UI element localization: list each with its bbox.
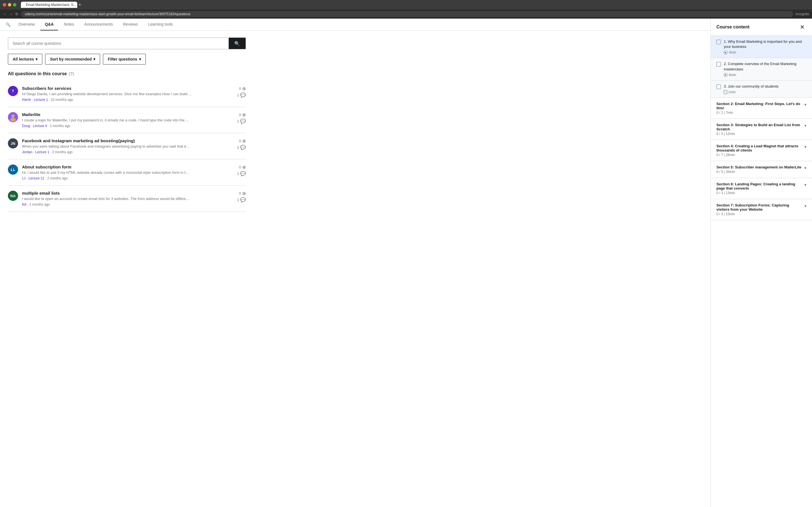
main-layout: 🔍 Overview Q&A Notes Announcements Revie… — [0, 18, 812, 507]
question-body: About subscription form Hi, I would like… — [22, 165, 228, 180]
section-info: Section 3: Strategies to Build an Email … — [716, 123, 804, 136]
section-item[interactable]: Section 5: Subscriber management on Mail… — [711, 161, 812, 178]
section-item[interactable]: Section 6: Landing Pages: Creating a lan… — [711, 178, 812, 199]
sidebar-header: Course content ✕ — [711, 18, 812, 36]
all-lectures-filter[interactable]: All lectures ▾ — [8, 54, 42, 64]
question-preview: I create a login for Mailerlite, I put m… — [22, 118, 228, 122]
tab-qa[interactable]: Q&A — [40, 18, 58, 31]
section-item-title: Section 7: Subscription Forms: Capturing… — [716, 203, 804, 212]
search-bar: 🔍 — [8, 38, 246, 49]
reply-icon: 💬 — [240, 93, 246, 98]
lecture-item[interactable]: 3. Join our community of students 📄 1min — [711, 80, 812, 98]
search-input[interactable] — [8, 38, 229, 49]
filter-label: Filter questions — [108, 57, 137, 61]
upvote-button[interactable]: ⊕ — [242, 86, 246, 91]
qa-section: 🔍 All lectures ▾ Sort by recommended ▾ F… — [0, 31, 254, 219]
section-item[interactable]: Section 2: Email Marketing: First Steps.… — [711, 98, 812, 119]
reply-row: 2 💬 — [237, 145, 246, 150]
nav-tabs: 🔍 Overview Q&A Notes Announcements Revie… — [0, 18, 711, 31]
lecture-checkbox[interactable] — [716, 62, 721, 66]
question-lecture-link[interactable]: Lecture 1 — [34, 98, 48, 102]
question-title[interactable]: About subscription form — [22, 165, 228, 169]
section-item-title: Section 4: Creating a Lead Magnet that a… — [716, 144, 804, 152]
section-item[interactable]: Section 7: Subscription Forms: Capturing… — [711, 199, 812, 220]
vote-count: 0 — [239, 139, 241, 143]
question-lecture-link[interactable]: Lecture 1 — [35, 150, 49, 154]
section-item[interactable]: Section 4: Creating a Lead Magnet that a… — [711, 140, 812, 161]
question-author-link[interactable]: Jordan — [22, 150, 33, 154]
reload-button[interactable]: ↻ — [15, 12, 18, 16]
question-title[interactable]: Mailerlite — [22, 112, 228, 117]
question-title[interactable]: multiple email lists — [22, 191, 228, 195]
address-bar: ← → ↻ Incognito — [0, 10, 812, 18]
question-body: Facebook and Instagram marketing ad boos… — [22, 138, 228, 154]
upvote-button[interactable]: ⊕ — [242, 191, 246, 196]
question-time-ago: 10 months ago — [51, 98, 73, 102]
fullscreen-traffic-light[interactable] — [13, 3, 16, 6]
question-preview: I would like to open an account to creat… — [22, 196, 228, 201]
chevron-down-icon: ▾ — [804, 102, 806, 107]
section-item-meta: 0 / 3 | 15min — [716, 212, 804, 216]
upvote-button[interactable]: ⊕ — [242, 138, 246, 144]
question-author-link[interactable]: Doug — [22, 124, 30, 128]
question-actions: 0 ⊕ 1 💬 — [232, 191, 246, 203]
question-actions: 0 ⊕ 2 💬 — [232, 138, 246, 150]
upvote-button[interactable]: ⊕ — [242, 165, 246, 170]
minimize-traffic-light[interactable] — [8, 3, 11, 6]
url-input[interactable] — [21, 11, 793, 17]
all-lectures-chevron: ▾ — [36, 57, 38, 61]
section-item-meta: 0 / 7 | 28min — [716, 153, 804, 157]
question-title[interactable]: Facebook and Instagram marketing ad boos… — [22, 138, 228, 143]
question-meta: Doug · Lecture 4 · 2 months ago — [22, 124, 228, 128]
back-button[interactable]: ← — [3, 12, 7, 16]
question-author-link[interactable]: LJ — [22, 176, 26, 180]
question-author-link[interactable]: Harsh — [22, 98, 31, 102]
question-title[interactable]: Subscribers for services — [22, 86, 228, 91]
question-time-ago: 2 months ago — [50, 124, 70, 128]
sort-filter[interactable]: Sort by recommended ▾ — [45, 54, 100, 64]
chevron-down-icon: ▾ — [804, 166, 806, 170]
question-time-ago: 2 months ago — [47, 176, 68, 180]
vote-row: 0 ⊕ — [239, 138, 246, 144]
question-lecture-link[interactable]: Lecture 4 — [33, 124, 47, 128]
lecture-title: 3. Join our community of students — [724, 84, 806, 89]
reply-count: 1 — [237, 119, 239, 123]
filter-questions-btn[interactable]: Filter questions ▾ — [103, 54, 146, 64]
question-body: Subscribers for services Hi Diego Davila… — [22, 86, 228, 102]
section-item[interactable]: Section 3: Strategies to Build an Email … — [711, 119, 812, 140]
section-info: Section 5: Subscriber management on Mail… — [716, 165, 804, 174]
close-sidebar-button[interactable]: ✕ — [798, 23, 806, 31]
tab-reviews[interactable]: Reviews — [118, 18, 142, 31]
lecture-checkbox[interactable] — [716, 40, 721, 44]
question-author-link[interactable]: NA — [22, 203, 27, 207]
close-traffic-light[interactable] — [3, 3, 6, 6]
tab-overview[interactable]: Overview — [14, 18, 39, 31]
vote-row: 0 ⊕ — [239, 86, 246, 91]
lecture-title: 2. Complete overview of the Email Market… — [724, 61, 806, 71]
forward-button[interactable]: → — [9, 12, 13, 16]
play-icon: ▶ — [724, 50, 728, 54]
avatar — [8, 112, 18, 122]
avatar-initials: T — [12, 89, 14, 93]
questions-list: T Subscribers for services Hi Diego Davi… — [8, 81, 246, 212]
upvote-button[interactable]: ⊕ — [242, 112, 246, 117]
active-tab[interactable]: Email Marketing Masterclass: S... ✕ — [21, 2, 77, 8]
question-meta: Jordan · Lecture 1 · 2 months ago — [22, 150, 228, 154]
filter-row: All lectures ▾ Sort by recommended ▾ Fil… — [8, 54, 246, 64]
tab-notes[interactable]: Notes — [59, 18, 79, 31]
tab-announcements[interactable]: Announcements — [80, 18, 117, 31]
avatar-initials: LL — [11, 168, 15, 172]
search-button[interactable]: 🔍 — [229, 38, 246, 49]
question-card: LL About subscription form Hi, I would l… — [8, 159, 246, 186]
reply-count: 1 — [237, 172, 239, 176]
tab-bar: Email Marketing Masterclass: S... ✕ + — [21, 2, 809, 8]
lecture-item[interactable]: 1. Why Email Marketing is important for … — [711, 36, 812, 58]
course-content-sidebar: Course content ✕ 1. Why Email Marketing … — [711, 18, 812, 507]
tab-learning-tools[interactable]: Learning tools — [144, 18, 177, 31]
lecture-item[interactable]: 2. Complete overview of the Email Market… — [711, 58, 812, 80]
vote-row: 0 ⊕ — [239, 112, 246, 117]
question-lecture-link[interactable]: Lecture 21 — [29, 176, 45, 180]
lecture-checkbox[interactable] — [716, 84, 721, 89]
reply-icon: 💬 — [240, 145, 246, 150]
new-tab-button[interactable]: + — [79, 2, 82, 8]
